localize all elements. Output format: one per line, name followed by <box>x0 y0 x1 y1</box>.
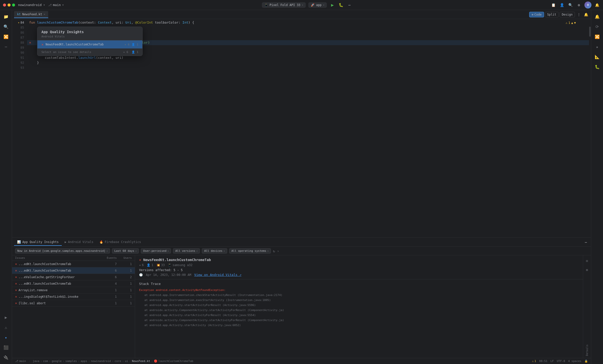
rs-bookmark-icon[interactable]: ★ <box>593 42 602 51</box>
notifications-bell-icon[interactable]: 🔔 <box>583 12 589 18</box>
rs-notifications-icon[interactable]: 🔔 <box>593 12 602 21</box>
app-selector[interactable]: 🚀 app ▾ <box>308 2 327 8</box>
more-options-button[interactable]: ⋯ <box>346 2 352 8</box>
rs-debug-icon[interactable]: 🐛 <box>593 62 602 71</box>
tab-android-vitals[interactable]: ▶ Android Vitals <box>62 239 96 246</box>
scrollbar-thumb[interactable] <box>589 27 591 37</box>
sidebar-warnings-icon[interactable]: ⚠ <box>2 323 11 332</box>
metric-chevron-icon: ▾ <box>167 250 169 252</box>
bc-file: NewsFeed.kt <box>132 359 150 363</box>
branch-status[interactable]: ⎇ main <box>15 359 26 363</box>
line-col[interactable]: 88:51 <box>539 359 548 363</box>
sidebar-vcs-icon[interactable]: 🔀 <box>2 32 11 41</box>
issue-row-5[interactable]: ✕ ...ingsDialogKt$TextLink$1.invoke 1 1 <box>12 293 135 300</box>
crashes-icon: 💥 <box>156 263 160 267</box>
frame-0-link[interactable]: Instrumentation.java:2174 <box>239 293 281 297</box>
branch-selector[interactable]: ⎇ main ▾ <box>48 3 64 7</box>
panel-more-icon[interactable]: ⋯ <box>583 239 589 245</box>
timerange-filter[interactable]: Last 60 days ▾ <box>112 248 139 254</box>
line-90: 90 <box>12 50 24 55</box>
frame-4-link[interactable]: Activity.java:5554 <box>224 314 254 317</box>
warnings-count[interactable]: ⚠ 1 <box>532 359 536 363</box>
sidebar-quality-icon[interactable]: ✦ <box>2 333 11 342</box>
versions-filter[interactable]: All versions ▾ <box>173 248 200 254</box>
issue-row-4[interactable]: ✕ ArrayList.remove 1 1 <box>12 287 135 293</box>
popup-item-name: NewsFeedKt.launchCustomChromeTab <box>45 43 122 46</box>
code-label: Code <box>534 13 542 16</box>
fc-label: Firebase Crashlytics <box>105 240 141 244</box>
issue-name-0: ...edKt.launchCustomChromeTab <box>19 262 102 266</box>
rs-vcs-icon[interactable]: 🔀 <box>593 32 602 41</box>
issue-row-1[interactable]: ✕ ...edKt.launchCustomChromeTab 6 1 <box>12 267 135 274</box>
settings-icon[interactable]: ⚙ <box>576 2 582 8</box>
code-view-button[interactable]: ≡ Code <box>529 12 544 17</box>
profile-icon[interactable]: 👤 <box>559 2 565 8</box>
issue-row-6[interactable]: ✕ [libc.so] abort 1 1 <box>12 300 135 307</box>
rs-structure-icon[interactable]: 📐 <box>593 52 602 61</box>
detail-clock-icon: 🕐 <box>139 273 143 277</box>
issue-row-2[interactable]: ✕ ...eValueCache.getStringForUser 6 2 <box>12 274 135 280</box>
detail-users: 👤 1 <box>147 263 153 267</box>
error-icon-2: ✕ <box>15 275 17 279</box>
crashes-count: 33 <box>161 263 165 267</box>
tab-newsfeed-kt[interactable]: kt NewsFeed.kt ✕ <box>14 11 48 18</box>
collapse-warnings-icon[interactable]: ▼ <box>574 21 576 25</box>
issue-row-0[interactable]: ✕ ...edKt.launchCustomChromeTab 7 1 <box>12 261 135 267</box>
git-status[interactable]: 🔒 <box>584 359 588 363</box>
issue-row-3[interactable]: ✕ ...edKt.launchCustomChromeTab 4 1 <box>12 280 135 287</box>
tab-app-quality-insights[interactable]: 📊 App Quality Insights <box>14 239 62 246</box>
debug-button[interactable]: 🐛 <box>338 2 344 8</box>
expand-button[interactable]: › <box>277 249 279 253</box>
frame-1-link[interactable]: Instrumentation.java:1805 <box>227 298 269 302</box>
notifications-icon[interactable]: 🔔 <box>594 2 600 8</box>
editor-scrollbar[interactable] <box>589 19 591 237</box>
os-chevron-icon: ▾ <box>267 250 269 252</box>
sidebar-terminal-icon[interactable]: ⬛ <box>2 343 11 352</box>
device-selector[interactable]: 📱 Pixel Fold API 33 ▾ <box>262 2 306 8</box>
os-filter[interactable]: All operating systems ▾ <box>229 248 271 254</box>
maximize-button[interactable] <box>12 4 15 7</box>
line-ending[interactable]: LF <box>551 359 554 363</box>
sidebar-more-icon[interactable]: ⋯ <box>2 42 11 51</box>
metric-filter[interactable]: User-perceived ▾ <box>141 248 171 254</box>
more-tabs-icon[interactable]: ⋮ <box>576 12 582 18</box>
view-on-android-vitals-link[interactable]: View on Android Vitals ↗ <box>194 273 242 277</box>
popup-selected-item[interactable]: ✕ NewsFeedKt.launchCustomChromeTab ✦ 6 👤… <box>37 40 142 48</box>
frame-3-link[interactable]: ComponentActivity.ja <box>249 309 282 312</box>
sidebar-plugins-icon[interactable]: 🔌 <box>2 353 11 362</box>
sidebar-search-icon[interactable]: 🔍 <box>2 22 11 31</box>
design-view-button[interactable]: Design <box>560 12 575 17</box>
details-label[interactable]: Details <box>586 344 588 356</box>
charset[interactable]: UTF-8 <box>557 359 565 363</box>
popup-footer: Select an issue to see details ✦ 6 👤 1 <box>37 48 142 56</box>
popup-subtitle: Android Vitals <box>41 35 138 38</box>
project-name[interactable]: nowinandroid ▾ <box>18 3 45 7</box>
users-count: 1 <box>151 263 153 267</box>
exception-line: Exception android.content.ActivityNotFou… <box>139 288 579 293</box>
split-view-button[interactable]: Split <box>545 12 559 17</box>
indent[interactable]: 4 spaces <box>568 359 581 363</box>
refresh-button[interactable]: ↻ <box>273 249 275 253</box>
devices-filter[interactable]: All devices ▾ <box>202 248 227 254</box>
vcs-icon[interactable]: 📋 <box>550 2 556 8</box>
filter-icon[interactable]: ⊟ <box>584 257 591 264</box>
sidebar-run-icon[interactable]: ▶ <box>2 313 11 322</box>
rs-history-icon[interactable]: ⟳ <box>593 22 602 31</box>
events-col-label: Events <box>102 256 117 260</box>
frame-5-link[interactable]: ComponentActivity.ja <box>249 319 282 322</box>
sidebar-project-icon[interactable]: 📁 <box>2 12 11 21</box>
expand-warnings-icon[interactable]: ▲ <box>571 21 573 25</box>
bc-nowinandroid: nowinandroid <box>91 359 111 363</box>
user-avatar[interactable]: U <box>584 2 591 9</box>
minimize-button[interactable] <box>8 4 11 7</box>
close-button[interactable] <box>3 4 6 7</box>
grid-icon[interactable]: ⊞ <box>584 266 591 273</box>
project-filter[interactable]: Now in Android [com.google.samples.apps.… <box>15 248 110 254</box>
issue-users-0: 1 <box>117 262 132 266</box>
inspect-icon[interactable]: 🔍 <box>567 2 573 8</box>
tab-close-icon[interactable]: ✕ <box>44 13 45 16</box>
tab-firebase-crashlytics[interactable]: 🔥 Firebase Crashlytics <box>96 239 144 246</box>
frame-6-link[interactable]: Activity.java:6052 <box>209 324 239 327</box>
run-button[interactable]: ▶ <box>329 2 335 8</box>
frame-2-link[interactable]: Activity.java:5596 <box>224 304 254 307</box>
